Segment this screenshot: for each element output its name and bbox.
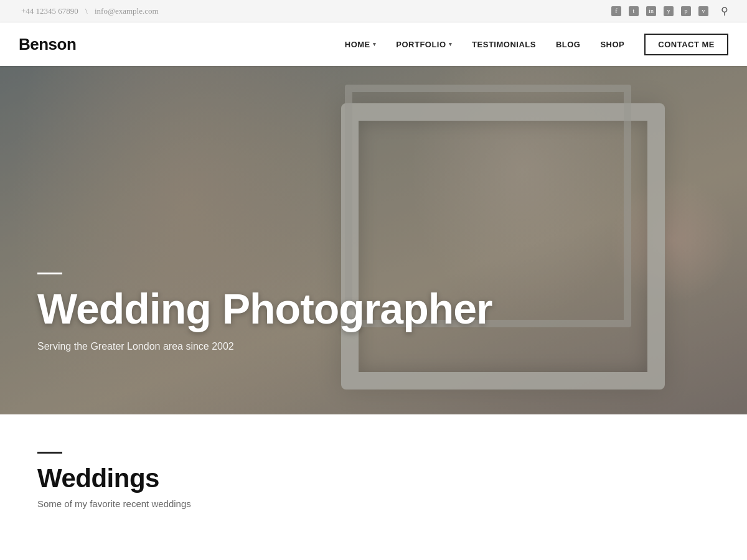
chevron-down-icon: ▾ [373,41,377,47]
youtube-icon[interactable]: y [664,6,674,16]
top-bar-right: f t in y p v ⚲ [611,5,728,17]
facebook-icon[interactable]: f [611,6,621,16]
site-logo[interactable]: Benson [19,35,76,54]
weddings-section: Weddings Some of my favorite recent wedd… [0,414,747,534]
contact-info: +44 12345 67890 \ info@example.com [19,6,161,16]
contact-me-button[interactable]: CONTACT ME [644,34,728,55]
hero-accent-line [37,273,62,274]
nav-portfolio[interactable]: PORTFOLIO ▾ [396,40,452,49]
weddings-title: Weddings [37,464,710,493]
hero-overlay [0,66,747,414]
chevron-down-icon: ▾ [449,41,453,47]
instagram-icon[interactable]: in [646,6,656,16]
hero-section: Wedding Photographer Serving the Greater… [0,66,747,414]
separator: \ [85,6,88,16]
nav-home[interactable]: HOME ▾ [345,40,377,49]
search-icon[interactable]: ⚲ [721,5,728,17]
hero-content: Wedding Photographer Serving the Greater… [37,273,492,352]
hero-subtitle: Serving the Greater London area since 20… [37,341,492,352]
nav-testimonials[interactable]: TESTIMONIALS [472,40,536,49]
hero-title: Wedding Photographer [37,287,492,331]
email-address: info@example.com [95,6,159,16]
main-nav: HOME ▾ PORTFOLIO ▾ TESTIMONIALS BLOG SHO… [345,34,728,55]
nav-blog[interactable]: BLOG [556,40,581,49]
main-header: Benson HOME ▾ PORTFOLIO ▾ TESTIMONIALS B… [0,22,747,66]
phone-number: +44 12345 67890 [21,6,78,16]
pinterest-icon[interactable]: p [681,6,691,16]
vimeo-icon[interactable]: v [698,6,708,16]
section-accent-line [37,452,62,454]
nav-shop[interactable]: SHOP [600,40,624,49]
weddings-subtitle: Some of my favorite recent weddings [37,498,710,509]
twitter-icon[interactable]: t [629,6,639,16]
top-bar: +44 12345 67890 \ info@example.com f t i… [0,0,747,22]
